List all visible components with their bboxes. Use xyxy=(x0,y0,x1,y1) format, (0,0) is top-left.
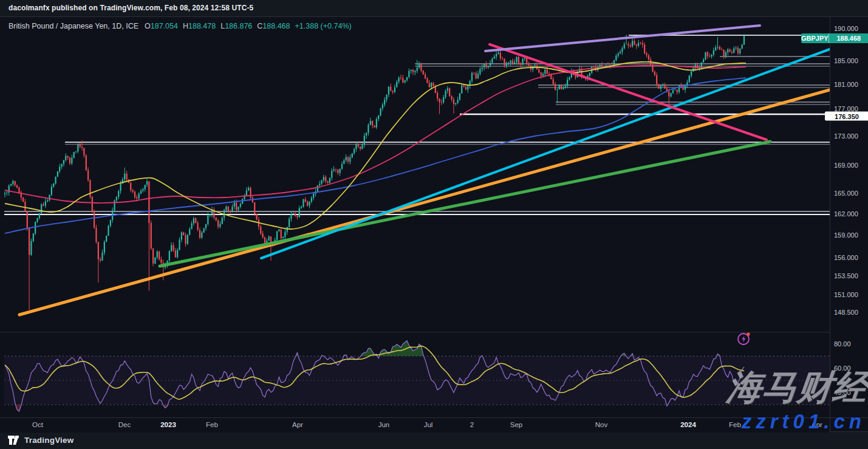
badge-price: 188.468 xyxy=(829,35,868,42)
tradingview-brand[interactable]: TradingView xyxy=(7,435,73,445)
time-axis-label: Jun xyxy=(378,421,390,428)
change-value: +1.388 (+0.74%) xyxy=(295,22,352,30)
price-axis-label: 151.000 xyxy=(834,291,858,298)
price-axis-label: 156.000 xyxy=(834,254,858,261)
time-axis-label: Dec xyxy=(118,421,131,428)
chart-area[interactable]: British Pound / Japanese Yen, 1D, ICEO18… xyxy=(0,16,868,432)
watermark-chinese: 海马财经 xyxy=(725,365,868,411)
time-axis-label: Sep xyxy=(510,421,522,428)
price-axis-label: 148.500 xyxy=(834,309,858,316)
price-axis-label: 185.000 xyxy=(834,57,858,64)
time-axis-label: Jul xyxy=(424,421,433,428)
watermark-url: zzrt01.cn xyxy=(742,410,866,433)
price-axis-label: 190.000 xyxy=(834,25,858,32)
time-axis-label: Apr xyxy=(292,421,303,428)
level-price-badge: 176.350 xyxy=(825,112,868,121)
time-axis-label: Feb xyxy=(729,421,741,428)
ohlc-values: O187.054H188.478L186.876C188.468 xyxy=(145,22,295,30)
footer-bar: TradingView xyxy=(0,431,868,449)
price-axis-label: 159.000 xyxy=(834,231,858,239)
flash-idea-icon[interactable] xyxy=(736,331,752,349)
price-axis-label: 173.000 xyxy=(834,132,858,140)
tradingview-logo-icon xyxy=(7,435,20,445)
time-axis-label: Nov xyxy=(595,421,607,428)
time-axis-label: 2024 xyxy=(680,421,696,428)
brand-name: TradingView xyxy=(24,436,73,445)
price-axis[interactable]: 190.000185.000181.000177.000173.000169.0… xyxy=(830,17,868,417)
price-axis-label: 169.000 xyxy=(834,162,858,169)
badge-symbol: GBPJPY xyxy=(801,35,829,42)
ohlc-pair: C188.468 xyxy=(257,22,290,30)
ohlc-pair: H188.478 xyxy=(183,22,216,30)
time-axis-label: 2 xyxy=(470,421,474,428)
price-axis-label: 153.500 xyxy=(834,272,858,279)
time-axis[interactable]: OctDec2023FebAprJunJul2SepNov2024FebApr xyxy=(0,417,830,433)
ohlc-pair: L186.876 xyxy=(220,22,252,30)
tradingview-published-chart: dacolmanfx published on TradingView.com,… xyxy=(0,0,868,449)
publish-header: dacolmanfx published on TradingView.com,… xyxy=(0,0,868,16)
price-axis-label: 162.000 xyxy=(834,210,858,218)
publish-attribution: dacolmanfx published on TradingView.com,… xyxy=(9,4,253,12)
price-axis-label: 165.000 xyxy=(834,190,858,197)
rsi-axis-label: 80.00 xyxy=(834,340,851,348)
last-price-badge: GBPJPY 188.468 xyxy=(801,33,868,43)
time-axis-label: 2023 xyxy=(160,421,176,428)
symbol-legend: British Pound / Japanese Yen, 1D, ICEO18… xyxy=(9,22,352,30)
symbol-title: British Pound / Japanese Yen, 1D, ICE xyxy=(9,22,138,30)
ohlc-pair: O187.054 xyxy=(145,22,178,30)
price-axis-label: 181.000 xyxy=(834,81,858,88)
time-axis-label: Oct xyxy=(32,421,43,428)
time-axis-label: Feb xyxy=(206,421,218,428)
